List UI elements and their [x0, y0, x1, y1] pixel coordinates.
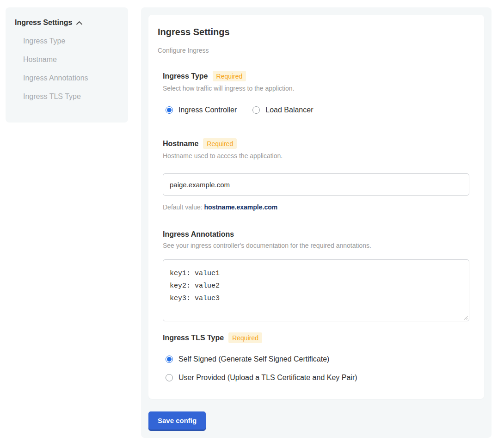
radio-label: Ingress Controller	[178, 106, 237, 114]
radio-option-load-balancer[interactable]: Load Balancer	[252, 106, 313, 114]
hostname-help: Hostname used to access the application.	[163, 152, 475, 160]
radio-icon	[166, 356, 173, 363]
page-title: Ingress Settings	[158, 27, 475, 37]
ingress-annotations-help: See your ingress controller's documentat…	[163, 242, 475, 249]
hostname-default-line: Default value: hostname.example.com	[163, 203, 475, 211]
radio-label: Self Signed (Generate Self Signed Certif…	[178, 355, 329, 363]
sidebar-group-title: Ingress Settings	[15, 18, 72, 27]
ingress-type-help: Select how traffic will ingress to the a…	[163, 85, 475, 92]
default-value-text: hostname.example.com	[204, 203, 278, 211]
radio-icon	[166, 106, 173, 114]
radio-icon	[166, 374, 173, 381]
section-hostname: Hostname Required Hostname used to acces…	[163, 138, 475, 211]
sidebar-item-ingress-annotations[interactable]: Ingress Annotations	[23, 74, 119, 82]
section-ingress-type: Ingress Type Required Select how traffic…	[163, 71, 475, 114]
sidebar-item-ingress-tls-type[interactable]: Ingress TLS Type	[23, 92, 119, 101]
resize-handle-icon[interactable]	[463, 315, 468, 320]
ingress-tls-type-title: Ingress TLS Type	[163, 334, 224, 342]
config-main-panel: Ingress Settings Configure Ingress Ingre…	[141, 7, 492, 438]
page-subtitle: Configure Ingress	[158, 47, 475, 54]
required-badge: Required	[203, 138, 237, 149]
required-badge: Required	[228, 332, 262, 343]
radio-option-self-signed[interactable]: Self Signed (Generate Self Signed Certif…	[166, 355, 475, 363]
sidebar-item-ingress-type[interactable]: Ingress Type	[23, 37, 119, 45]
hostname-title: Hostname	[163, 140, 198, 148]
sidebar-items: Ingress Type Hostname Ingress Annotation…	[15, 37, 119, 101]
radio-option-ingress-controller[interactable]: Ingress Controller	[166, 106, 237, 114]
chevron-up-icon	[76, 21, 83, 25]
radio-icon	[252, 106, 260, 114]
ingress-annotations-title: Ingress Annotations	[163, 230, 234, 239]
section-ingress-annotations: Ingress Annotations See your ingress con…	[163, 230, 475, 321]
required-badge: Required	[213, 71, 246, 81]
radio-option-user-provided[interactable]: User Provided (Upload a TLS Certificate …	[166, 374, 475, 382]
default-value-label: Default value:	[163, 203, 203, 211]
config-card: Ingress Settings Configure Ingress Ingre…	[148, 15, 484, 399]
config-nav-sidebar: Ingress Settings Ingress Type Hostname I…	[6, 7, 128, 123]
hostname-input[interactable]	[163, 173, 469, 196]
save-config-button[interactable]: Save config	[148, 411, 206, 430]
ingress-tls-radio-group: Self Signed (Generate Self Signed Certif…	[166, 355, 475, 382]
ingress-type-title: Ingress Type	[163, 72, 208, 80]
ingress-annotations-textarea[interactable]: key1: value1 key2: value2 key3: value3	[163, 259, 469, 321]
sidebar-item-hostname[interactable]: Hostname	[23, 55, 119, 64]
radio-label: User Provided (Upload a TLS Certificate …	[178, 374, 357, 382]
sidebar-group-toggle[interactable]: Ingress Settings	[15, 18, 119, 27]
radio-label: Load Balancer	[265, 106, 313, 114]
section-ingress-tls-type: Ingress TLS Type Required Self Signed (G…	[163, 332, 475, 382]
ingress-type-radio-group: Ingress Controller Load Balancer	[166, 106, 475, 114]
